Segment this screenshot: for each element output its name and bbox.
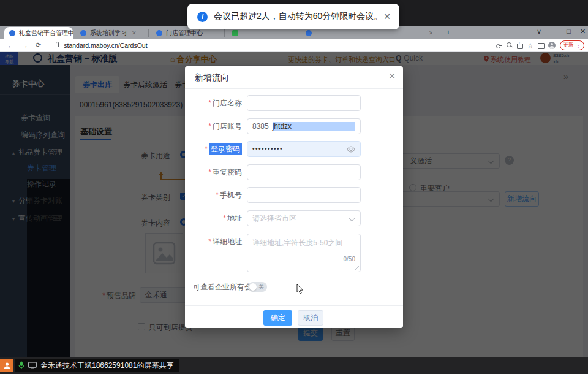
forward-icon[interactable]: → bbox=[21, 42, 28, 49]
window-menu-icon[interactable]: ∨ bbox=[537, 28, 541, 36]
label-text: 重复密码 bbox=[213, 168, 242, 177]
label-login-password: *登录密码 bbox=[188, 141, 242, 157]
label-text: 手机号 bbox=[220, 191, 242, 199]
required-star: * bbox=[216, 191, 219, 199]
site-favicon bbox=[232, 30, 238, 36]
window-close-icon[interactable]: ✕ bbox=[580, 28, 586, 36]
label-repeat-password: *重复密码 bbox=[188, 164, 242, 180]
site-favicon bbox=[9, 30, 15, 36]
new-tab-button[interactable]: + bbox=[446, 28, 451, 37]
eye-icon[interactable] bbox=[347, 146, 355, 153]
screen-share-bar: 金禾通技术王斌18662591081的屏幕共享 bbox=[0, 357, 588, 374]
window-minimize-icon[interactable]: – bbox=[553, 28, 557, 35]
reload-icon[interactable]: ⟳ bbox=[36, 41, 41, 49]
share-icon[interactable] bbox=[517, 42, 523, 48]
reading-list-icon[interactable] bbox=[538, 42, 544, 48]
tab-separator bbox=[298, 29, 298, 37]
tab-label: 礼盒营销平台管理中心 bbox=[19, 29, 73, 37]
toggle-knob bbox=[249, 283, 257, 291]
tab-label: 系统培训学习 bbox=[90, 29, 127, 37]
site-favicon bbox=[306, 30, 312, 36]
chevron-down-icon bbox=[349, 216, 355, 222]
share-status-text: 金禾通技术王斌18662591081的屏幕共享 bbox=[40, 361, 173, 371]
char-counter: 0/50 bbox=[344, 255, 355, 264]
mouse-cursor bbox=[296, 284, 304, 294]
label-text: 门店名称 bbox=[213, 99, 242, 107]
store-name-input[interactable] bbox=[247, 95, 361, 111]
tab-close-icon[interactable]: ✕ bbox=[429, 30, 432, 36]
modal-close-icon[interactable]: ✕ bbox=[388, 71, 396, 81]
login-password-input[interactable]: •••••••••• bbox=[247, 141, 361, 157]
region-placeholder: 请选择省市区 bbox=[252, 214, 296, 223]
label-phone: *手机号 bbox=[188, 187, 242, 203]
store-account-input[interactable]: 8385jhtdzx bbox=[247, 118, 361, 134]
required-star: * bbox=[208, 237, 211, 246]
label-text: 登录密码 bbox=[209, 143, 242, 155]
screen: 礼盒营销平台管理中心 ✕ 系统培训学习 ✕ 门店管理中心 ✕ + bbox=[0, 0, 588, 374]
tab-label: 门店管理中心 bbox=[166, 29, 203, 37]
account-prefix: 8385 bbox=[252, 122, 269, 131]
cancel-button[interactable]: 取消 bbox=[298, 310, 323, 326]
screen-share-icon bbox=[28, 362, 37, 369]
info-icon: i bbox=[197, 12, 208, 22]
kebab-menu-icon[interactable]: ⋮ bbox=[576, 42, 581, 48]
required-star: * bbox=[208, 168, 211, 177]
tab-separator bbox=[148, 29, 149, 37]
address-bar: ← → ⟳ standard.maboy.cn/CardsOut ☆ 更新 ⋮ bbox=[0, 39, 588, 52]
lock-icon[interactable] bbox=[55, 44, 59, 47]
browser-tab-2[interactable]: 系统培训学习 ✕ bbox=[75, 27, 146, 39]
add-flow-modal: 新增流向 ✕ *门店名称 *门店账号 8385jhtdzx *登录密码 ••••… bbox=[185, 66, 403, 328]
region-select[interactable]: 请选择省市区 bbox=[247, 210, 361, 226]
member-visibility-toggle[interactable]: 关 bbox=[248, 282, 267, 292]
tab-close-icon[interactable]: ✕ bbox=[132, 30, 137, 36]
bookmark-star-icon[interactable]: ☆ bbox=[527, 42, 533, 48]
site-favicon bbox=[156, 30, 162, 36]
profile-avatar-icon[interactable] bbox=[548, 42, 556, 49]
label-text: 门店账号 bbox=[213, 122, 242, 131]
account-value-selected: jhtdzx bbox=[273, 122, 355, 131]
modal-title: 新增流向 bbox=[195, 72, 229, 83]
password-key-icon[interactable] bbox=[496, 42, 502, 48]
chrome-update-button[interactable]: 更新 ⋮ bbox=[560, 40, 585, 50]
detail-address-placeholder: 详细地址,字符长度5-50之间 bbox=[252, 239, 342, 247]
label-store-name: *门店名称 bbox=[188, 95, 242, 111]
toast-close-icon[interactable]: ✕ bbox=[383, 12, 391, 21]
password-dots: •••••••••• bbox=[252, 145, 283, 152]
resize-handle[interactable] bbox=[354, 265, 359, 270]
divider bbox=[185, 305, 403, 306]
tab-separator bbox=[224, 29, 225, 37]
meeting-toast: i 会议已超过2人，自动转为60分钟限时会议。 ✕ bbox=[187, 4, 399, 29]
site-favicon bbox=[80, 30, 86, 36]
window-maximize-icon[interactable]: □ bbox=[567, 28, 571, 35]
microphone-icon bbox=[18, 361, 24, 370]
phone-input[interactable] bbox=[247, 187, 361, 203]
confirm-button[interactable]: 确定 bbox=[263, 310, 292, 326]
label-text: 地址 bbox=[227, 214, 242, 223]
required-star: * bbox=[205, 145, 208, 153]
detail-address-textarea[interactable]: 详细地址,字符长度5-50之间 0/50 bbox=[247, 234, 361, 272]
required-star: * bbox=[223, 214, 226, 223]
back-icon[interactable]: ← bbox=[7, 42, 14, 49]
url-text[interactable]: standard.maboy.cn/CardsOut bbox=[64, 42, 147, 49]
divider bbox=[185, 88, 403, 89]
label-text: 详细地址 bbox=[213, 237, 242, 246]
browser-tab-1[interactable]: 礼盒营销平台管理中心 ✕ bbox=[4, 27, 73, 39]
person-icon bbox=[3, 362, 11, 370]
member-indicator[interactable] bbox=[0, 359, 13, 372]
toast-message: 会议已超过2人，自动转为60分钟限时会议。 bbox=[214, 11, 382, 22]
update-label: 更新 bbox=[564, 42, 574, 49]
required-star: * bbox=[208, 122, 211, 131]
toggle-state-text: 关 bbox=[258, 283, 264, 291]
share-status-pill: 金禾通技术王斌18662591081的屏幕共享 bbox=[15, 359, 179, 372]
label-detail-address: *详细地址 bbox=[188, 234, 242, 250]
repeat-password-input[interactable] bbox=[247, 164, 361, 180]
zoom-icon[interactable] bbox=[507, 42, 513, 48]
label-store-account: *门店账号 bbox=[188, 118, 242, 134]
required-star: * bbox=[208, 99, 211, 107]
label-address: *地址 bbox=[188, 210, 242, 226]
